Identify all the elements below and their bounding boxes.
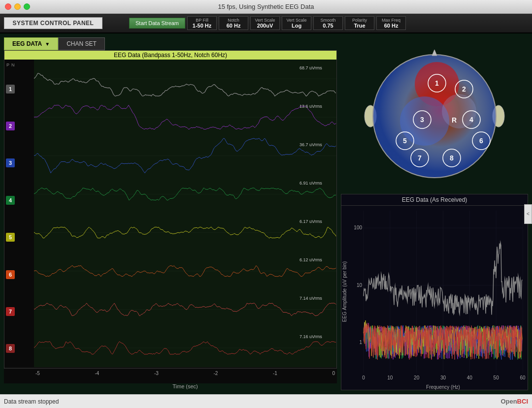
svg-text:1: 1 bbox=[435, 79, 439, 87]
status-text: Data stream stopped bbox=[4, 398, 59, 405]
time-tick-0: -5 bbox=[35, 371, 40, 376]
eeg-chart-title: EEG Data (Bandpass 1-50Hz, Notch 60Hz) bbox=[4, 51, 336, 60]
head-map-svg: 1 2 3 R 4 5 6 7 bbox=[361, 40, 508, 188]
ch-num-6[interactable]: 6 bbox=[6, 270, 15, 279]
time-axis: -5 -4 -3 -2 -1 0 bbox=[4, 369, 337, 383]
spectrum-canvas bbox=[341, 206, 528, 390]
time-tick-4: -1 bbox=[273, 371, 277, 376]
tab-chan-set[interactable]: CHAN SET bbox=[58, 37, 105, 50]
smooth-control[interactable]: Smooth 0.75 bbox=[313, 16, 343, 30]
notch-control[interactable]: Notch 60 Hz bbox=[219, 16, 248, 30]
notch-label: Notch bbox=[228, 18, 239, 23]
right-panel: 1 2 3 R 4 5 6 7 bbox=[341, 37, 528, 390]
time-tick-5: 0 bbox=[332, 371, 335, 376]
max-freq-control[interactable]: Max Freq 60 Hz bbox=[376, 16, 406, 30]
ch-label-3: 3 bbox=[4, 145, 34, 182]
openbci-logo: OpenBCI bbox=[500, 398, 528, 405]
channel-labels: P N 1 2 3 4 5 bbox=[4, 60, 34, 367]
start-data-stream-button[interactable]: Start Data Stream bbox=[129, 18, 185, 29]
smooth-value: 0.75 bbox=[323, 23, 333, 29]
ch-label-4: 4 bbox=[4, 182, 34, 219]
ch-label-8: 8 bbox=[4, 330, 34, 367]
notch-value: 60 Hz bbox=[227, 23, 241, 29]
minimize-btn[interactable] bbox=[14, 3, 21, 10]
titlebar: 15 fps, Using Synthetic EEG Data bbox=[0, 0, 532, 14]
svg-point-5 bbox=[400, 96, 449, 146]
ch-label-5: 5 bbox=[4, 219, 34, 256]
svg-text:3: 3 bbox=[420, 116, 424, 124]
traffic-lights bbox=[5, 3, 30, 10]
svg-text:7: 7 bbox=[418, 154, 422, 162]
ch-num-1[interactable]: 1 bbox=[6, 85, 15, 94]
vert-scale-control[interactable]: Vert Scale 200uV bbox=[250, 16, 280, 30]
svg-text:R: R bbox=[452, 116, 457, 124]
smooth-label: Smooth bbox=[321, 18, 336, 23]
eeg-chart: EEG Data (Bandpass 1-50Hz, Notch 60Hz) P… bbox=[4, 50, 337, 369]
max-freq-value: 60 Hz bbox=[384, 23, 399, 29]
svg-text:4: 4 bbox=[469, 116, 473, 124]
waveform-area bbox=[34, 60, 336, 367]
maximize-btn[interactable] bbox=[24, 3, 30, 10]
ch-label-1: 1 bbox=[4, 70, 34, 107]
tab-dropdown-arrow[interactable]: ▼ bbox=[45, 41, 50, 47]
vert-scale-label: Vert Scale bbox=[255, 18, 275, 23]
ch-label-2: 2 bbox=[4, 107, 34, 144]
time-tick-2: -3 bbox=[154, 371, 159, 376]
close-btn[interactable] bbox=[5, 3, 11, 10]
main-content: EEG DATA ▼ CHAN SET EEG Data (Bandpass 1… bbox=[0, 33, 532, 394]
ch-header-n: N bbox=[11, 63, 15, 69]
vert-scale2-value: Log bbox=[292, 23, 301, 29]
ch-num-8[interactable]: 8 bbox=[6, 344, 15, 353]
eeg-channels: P N 1 2 3 4 5 bbox=[4, 60, 336, 367]
ch-num-4[interactable]: 4 bbox=[6, 196, 15, 205]
spectrum-panel: EEG Data (As Received) bbox=[341, 194, 528, 390]
ch-label-6: 6 bbox=[4, 256, 34, 293]
toolbar: SYSTEM CONTROL PANEL Start Data Stream B… bbox=[0, 14, 532, 33]
head-map: 1 2 3 R 4 5 6 7 bbox=[341, 37, 528, 190]
collapse-panel-button[interactable]: < bbox=[524, 204, 532, 224]
window-title: 15 fps, Using Synthetic EEG Data bbox=[218, 3, 314, 10]
vert-scale2-control[interactable]: Vert Scale Log bbox=[282, 16, 311, 30]
time-ticks: -5 -4 -3 -2 -1 0 bbox=[33, 371, 337, 376]
ch-num-3[interactable]: 3 bbox=[6, 158, 15, 167]
polarity-control[interactable]: Polarity True bbox=[345, 16, 374, 30]
svg-marker-3 bbox=[432, 50, 437, 56]
ch-num-2[interactable]: 2 bbox=[6, 122, 15, 130]
left-panel: EEG DATA ▼ CHAN SET EEG Data (Bandpass 1… bbox=[4, 37, 337, 390]
polarity-value: True bbox=[354, 23, 365, 29]
system-control-panel[interactable]: SYSTEM CONTROL PANEL bbox=[4, 17, 102, 29]
svg-text:6: 6 bbox=[479, 137, 483, 145]
tabs: EEG DATA ▼ CHAN SET bbox=[4, 37, 337, 50]
bp-fill-control[interactable]: BP Fill 1-50 Hz bbox=[187, 16, 217, 30]
ch-num-5[interactable]: 5 bbox=[6, 233, 15, 242]
vert-scale-value: 200uV bbox=[257, 23, 273, 29]
svg-text:5: 5 bbox=[403, 137, 407, 145]
time-axis-label: Time (sec) bbox=[4, 383, 337, 390]
svg-text:8: 8 bbox=[450, 154, 454, 162]
eeg-waveform-canvas bbox=[34, 60, 336, 367]
ch-header-p: P bbox=[6, 63, 9, 69]
bp-fill-value: 1-50 Hz bbox=[193, 23, 212, 29]
time-tick-1: -4 bbox=[95, 371, 99, 376]
bp-fill-label: BP Fill bbox=[196, 18, 208, 23]
max-freq-label: Max Freq bbox=[382, 18, 400, 23]
svg-text:2: 2 bbox=[462, 85, 466, 93]
spectrum-chart bbox=[341, 206, 528, 390]
ch-num-7[interactable]: 7 bbox=[6, 307, 15, 316]
vert-scale2-label: Vert Scale bbox=[287, 18, 307, 23]
statusbar: Data stream stopped OpenBCI bbox=[0, 394, 532, 408]
spectrum-title: EEG Data (As Received) bbox=[341, 194, 528, 206]
tab-eeg-data[interactable]: EEG DATA ▼ bbox=[4, 37, 58, 50]
polarity-label: Polarity bbox=[352, 18, 367, 23]
time-tick-3: -2 bbox=[213, 371, 218, 376]
ch-label-7: 7 bbox=[4, 293, 34, 330]
